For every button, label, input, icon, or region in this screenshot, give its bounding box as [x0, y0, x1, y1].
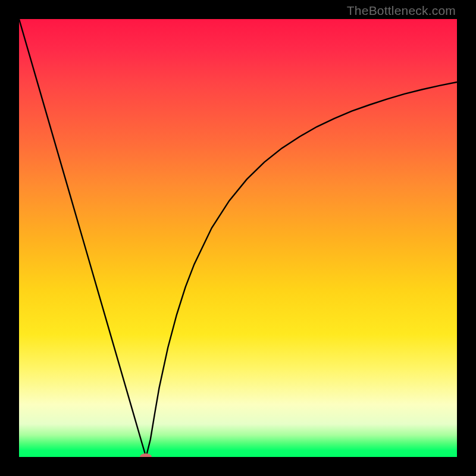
chart-frame: TheBottleneck.com	[0, 0, 476, 476]
watermark-text: TheBottleneck.com	[347, 4, 456, 18]
plot-area	[19, 19, 457, 457]
bottleneck-curve	[19, 19, 457, 457]
optimum-marker	[140, 453, 152, 457]
